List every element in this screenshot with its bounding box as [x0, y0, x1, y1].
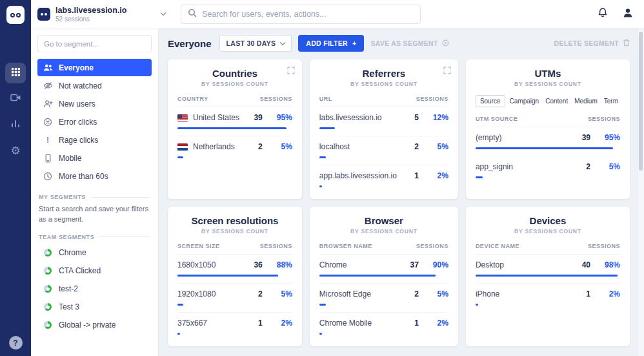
table-row[interactable]: iPhone 1 2% [476, 284, 620, 312]
table-row[interactable]: app_signin 2 5% [476, 156, 620, 185]
search-icon [188, 8, 197, 20]
row-percent: 88% [263, 260, 292, 269]
utm-tabs: Source Campaign Content Medium Term [476, 95, 620, 107]
delete-segment-button[interactable]: DELETE SEGMENT [554, 39, 630, 48]
table-row[interactable]: app.labs.livesession.io 1 2% [319, 165, 448, 194]
row-percent: 90% [419, 260, 448, 269]
expand-icon[interactable] [286, 65, 296, 78]
save-as-segment-button[interactable]: SAVE AS SEGMENT [370, 39, 448, 48]
progress-bar [319, 275, 436, 277]
search-input[interactable] [202, 10, 414, 19]
row-percent: 5% [263, 142, 292, 151]
global-search [181, 5, 421, 24]
sidebar-item-more-than-60s[interactable]: More than 60s [37, 167, 152, 185]
row-sessions: 1 [241, 319, 263, 328]
row-label: (empty) [476, 133, 569, 142]
sidebar-item-everyone[interactable]: Everyone [37, 59, 152, 76]
divider [91, 197, 150, 198]
segment-search-input[interactable] [37, 35, 152, 52]
tab-term[interactable]: Term [602, 96, 620, 107]
referrers-card: Referrers BY SESSIONS COUNT URL SESSIONS… [310, 59, 458, 199]
table-row[interactable]: Chrome 37 90% [319, 255, 448, 284]
app-window: ⚙ ? labs.livesession.io 52 sessions [0, 0, 644, 356]
row-sessions: 2 [241, 289, 263, 298]
segment-label: Not watched [59, 81, 102, 90]
tab-source[interactable]: Source [476, 95, 505, 107]
row-sessions: 36 [241, 260, 263, 269]
add-filter-button[interactable]: ADD FILTER + [298, 35, 364, 52]
plus-icon: + [352, 39, 356, 47]
card-title: UTMs [476, 68, 620, 79]
sidebar-item-chrome-segment[interactable]: Chrome [37, 244, 152, 262]
row-sessions: 2 [397, 142, 419, 151]
people-icon [43, 63, 53, 72]
team-segments-header-label: TEAM SEGMENTS [39, 234, 94, 240]
topbar: labs.livesession.io 52 sessions [31, 0, 644, 28]
workspace-selector[interactable]: labs.livesession.io 52 sessions [37, 6, 165, 23]
row-label: app_signin [476, 162, 569, 171]
sidebar-item-error-clicks[interactable]: Error clicks [37, 113, 152, 131]
help-button[interactable]: ? [9, 336, 23, 350]
sidebar-item-test-2[interactable]: test-2 [37, 280, 152, 298]
tab-medium[interactable]: Medium [572, 96, 599, 107]
row-percent: 2% [419, 171, 448, 180]
column-header: DEVICE NAME [476, 243, 519, 249]
row-label: labs.livesession.io [319, 113, 397, 122]
table-row[interactable]: localhost 2 5% [319, 136, 448, 165]
sidebar-item-rage-clicks[interactable]: ! Rage clicks [37, 131, 152, 149]
table-row[interactable]: Chrome Mobile 1 2% [319, 313, 448, 341]
expand-icon[interactable] [442, 65, 452, 78]
progress-bar [476, 304, 478, 306]
card-subtitle: BY SESSIONS COUNT [319, 228, 448, 235]
user-menu-button[interactable] [622, 7, 634, 21]
table-row[interactable]: labs.livesession.io 5 12% [319, 107, 448, 136]
bell-icon [598, 7, 608, 21]
table-row[interactable]: (empty) 39 95% [476, 127, 620, 156]
filter-bar: Everyone LAST 30 DAYS ADD FILTER + SAVE … [168, 35, 630, 52]
sidebar-item-cta-clicked[interactable]: CTA Clicked [37, 262, 152, 280]
table-row[interactable]: Netherlands 2 5% [177, 136, 292, 165]
mobile-phone-icon [43, 154, 53, 163]
tab-content[interactable]: Content [543, 96, 570, 107]
sidebar-item-not-watched[interactable]: Not watched [37, 77, 152, 94]
sidebar-item-test-3[interactable]: Test 3 [37, 298, 152, 316]
table-row[interactable]: 1920x1080 2 5% [177, 284, 292, 313]
sidebar-item-global-private[interactable]: Global -> private [37, 317, 152, 334]
row-percent: 12% [419, 113, 448, 122]
notifications-button[interactable] [598, 7, 608, 21]
table-row[interactable]: 375x667 1 2% [177, 313, 292, 341]
nav-settings-button[interactable]: ⚙ [5, 140, 26, 161]
sidebar-item-new-users[interactable]: New users [37, 95, 152, 112]
table-row[interactable]: Desktop 40 98% [476, 255, 620, 284]
table-row[interactable]: United States 39 95% [177, 107, 292, 136]
my-segments-header-label: MY SEGMENTS [39, 194, 86, 200]
row-label: Chrome Mobile [319, 319, 397, 328]
row-sessions: 5 [397, 113, 419, 122]
column-header: SCREEN SIZE [177, 243, 220, 249]
save-as-segment-label: SAVE AS SEGMENT [370, 39, 438, 47]
livesession-logo-icon[interactable] [6, 6, 25, 24]
row-label: iPhone [476, 289, 569, 298]
scrollbar-thumb[interactable] [639, 32, 643, 171]
row-sessions: 2 [569, 162, 590, 171]
date-range-button[interactable]: LAST 30 DAYS [219, 35, 292, 52]
row-label: 375x667 [177, 319, 241, 328]
sidebar-item-mobile[interactable]: Mobile [37, 149, 152, 167]
chevron-down-icon [280, 40, 285, 45]
trash-icon [623, 39, 630, 48]
user-plus-icon [43, 99, 53, 108]
segment-pie-icon [43, 321, 53, 329]
scrollbar-track [638, 28, 644, 356]
card-subtitle: BY SESSIONS COUNT [476, 81, 620, 87]
row-percent: 5% [419, 142, 448, 151]
nav-recordings-button[interactable] [5, 89, 26, 109]
segment-label: Rage clicks [59, 136, 98, 145]
table-row[interactable]: 1680x1050 36 88% [177, 255, 292, 284]
progress-bar [476, 147, 613, 149]
dashboard-cards-grid: Countries BY SESSIONS COUNT COUNTRY SESS… [168, 59, 630, 346]
tab-campaign[interactable]: Campaign [508, 96, 541, 107]
nav-dashboards-button[interactable] [5, 63, 26, 83]
table-row[interactable]: Microsoft Edge 2 5% [319, 284, 448, 313]
table-header: COUNTRY SESSIONS [177, 96, 292, 107]
nav-metrics-button[interactable] [5, 114, 26, 135]
